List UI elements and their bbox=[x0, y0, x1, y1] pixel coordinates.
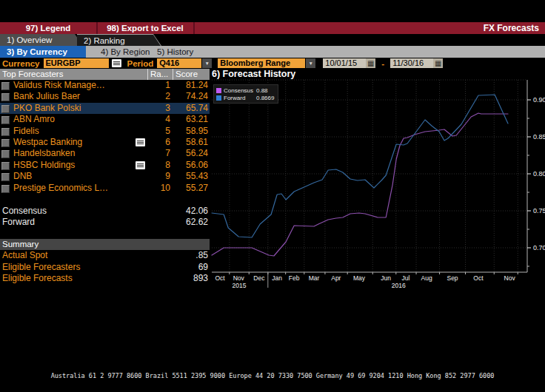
legend-series-name: Consensus bbox=[224, 87, 256, 94]
currency-list-icon[interactable] bbox=[112, 59, 121, 67]
table-row[interactable]: Handelsbanken756.24 bbox=[0, 148, 210, 159]
forecaster-name[interactable]: ABN Amro bbox=[13, 114, 55, 125]
subtab-row: 3) By Currency 4) By Region 5) History bbox=[0, 46, 545, 58]
table-row[interactable]: Prestige Economics L…1055.27 bbox=[0, 183, 210, 194]
forecaster-rank: 10 bbox=[145, 183, 170, 194]
row-checkbox[interactable] bbox=[1, 105, 10, 113]
forecaster-rank: 1 bbox=[145, 80, 170, 91]
svg-text:Feb: Feb bbox=[289, 274, 300, 282]
row-checkbox[interactable] bbox=[1, 173, 10, 181]
svg-text:Nov: Nov bbox=[233, 274, 245, 282]
currency-label: Currency bbox=[2, 59, 40, 68]
table-row[interactable]: ABN Amro463.21 bbox=[0, 114, 210, 125]
note-icon[interactable] bbox=[136, 138, 145, 146]
forecast-history-panel: 0.900.850.800.750.70OctNovDecJanFebMarAp… bbox=[210, 69, 545, 298]
date-to-input[interactable]: 11/30/16 bbox=[390, 58, 433, 68]
forecaster-name[interactable]: Bank Julius Baer bbox=[13, 91, 80, 102]
forecaster-name[interactable]: Westpac Banking bbox=[13, 137, 82, 148]
chart-legend: Consensus0.88Forward0.8669 bbox=[213, 84, 278, 104]
currency-input[interactable]: EURGBP bbox=[44, 58, 109, 68]
title-bar: 97) Legend 98) Export to Excel FX Foreca… bbox=[0, 22, 545, 34]
tab-overview[interactable]: 1) Overview bbox=[0, 34, 83, 46]
column-header-score[interactable]: Score bbox=[175, 69, 198, 80]
forward-label: Forward bbox=[2, 217, 35, 228]
range-dropdown-icon[interactable] bbox=[306, 58, 315, 68]
svg-text:Jun: Jun bbox=[381, 274, 391, 282]
forecaster-name[interactable]: Prestige Economics L… bbox=[13, 183, 108, 194]
table-row[interactable]: DNB955.43 bbox=[0, 171, 210, 182]
table-row[interactable]: Validus Risk Manage…181.24 bbox=[0, 80, 210, 91]
column-divider bbox=[173, 69, 173, 80]
legend-button[interactable]: 97) Legend bbox=[0, 22, 96, 34]
svg-text:Dec: Dec bbox=[253, 274, 265, 282]
forecaster-rank: 4 bbox=[145, 114, 170, 125]
svg-text:Oct: Oct bbox=[473, 274, 484, 282]
date-from-input[interactable]: 10/01/15 bbox=[323, 58, 366, 68]
date-to-calendar-icon[interactable] bbox=[433, 58, 443, 68]
row-checkbox[interactable] bbox=[1, 82, 10, 90]
subtab-history[interactable]: 5) History bbox=[157, 46, 193, 58]
table-row[interactable]: HSBC Holdings856.06 bbox=[0, 160, 210, 171]
tab-row: 1) Overview 2) Ranking bbox=[0, 34, 545, 46]
forecaster-rank: 3 bbox=[145, 103, 170, 114]
svg-text:2016: 2016 bbox=[392, 282, 406, 289]
forecaster-score: 58.61 bbox=[170, 137, 208, 148]
tab-ranking[interactable]: 2) Ranking bbox=[77, 34, 161, 46]
date-range-separator: - bbox=[381, 59, 384, 68]
forecaster-name[interactable]: HSBC Holdings bbox=[13, 160, 75, 171]
column-header-name[interactable]: Top Forecasters bbox=[2, 69, 63, 80]
legend-item: Consensus0.88 bbox=[216, 87, 275, 94]
export-to-excel-button[interactable]: 98) Export to Excel bbox=[98, 22, 193, 34]
row-checkbox[interactable] bbox=[1, 185, 10, 193]
row-checkbox[interactable] bbox=[1, 128, 10, 136]
eligible-forecasters-value: 69 bbox=[148, 262, 208, 274]
summary-row: Actual Spot .85 bbox=[0, 250, 210, 262]
table-row[interactable]: PKO Bank Polski365.74 bbox=[0, 103, 210, 114]
summary-row: Eligible Forecasts 893 bbox=[0, 273, 210, 285]
forecaster-name[interactable]: Validus Risk Manage… bbox=[13, 80, 105, 91]
svg-text:Jul: Jul bbox=[402, 274, 410, 282]
period-dropdown-icon[interactable] bbox=[202, 58, 212, 68]
consensus-row: Consensus 42.06 bbox=[0, 206, 210, 217]
note-icon[interactable] bbox=[136, 161, 145, 169]
svg-text:Apr: Apr bbox=[331, 274, 341, 282]
svg-text:0.75: 0.75 bbox=[533, 207, 545, 214]
svg-text:0.80: 0.80 bbox=[533, 170, 545, 178]
svg-text:Mar: Mar bbox=[309, 274, 320, 282]
period-input[interactable]: Q416 bbox=[157, 58, 201, 68]
row-checkbox[interactable] bbox=[1, 93, 10, 101]
row-checkbox[interactable] bbox=[1, 116, 10, 124]
forecaster-score: 63.21 bbox=[170, 114, 208, 125]
row-checkbox[interactable] bbox=[1, 150, 10, 158]
summary-header: Summary bbox=[0, 239, 210, 250]
column-divider bbox=[147, 69, 148, 80]
forecaster-rank: 7 bbox=[145, 148, 170, 159]
table-row[interactable]: Fidelis558.95 bbox=[0, 126, 210, 137]
forecaster-name[interactable]: Handelsbanken bbox=[13, 148, 75, 159]
subtab-by-currency[interactable]: 3) By Currency bbox=[0, 46, 86, 58]
table-row[interactable]: Bank Julius Baer274.24 bbox=[0, 91, 210, 102]
legend-series-name: Forward bbox=[224, 95, 256, 101]
svg-text:Sep: Sep bbox=[447, 274, 458, 282]
subtab-by-region[interactable]: 4) By Region bbox=[101, 46, 150, 58]
forecaster-score: 74.24 bbox=[170, 91, 208, 102]
period-label: Period bbox=[127, 59, 154, 68]
column-header-rank[interactable]: Ra... bbox=[150, 69, 168, 80]
forecaster-name[interactable]: Fidelis bbox=[13, 126, 39, 137]
terminal-footer: Australia 61 2 9777 8600 Brazil 5511 239… bbox=[0, 353, 545, 392]
forecaster-score: 56.24 bbox=[170, 148, 208, 159]
legend-item: Forward0.8669 bbox=[216, 94, 275, 101]
forecaster-rank: 2 bbox=[145, 91, 170, 102]
forecaster-rank: 6 bbox=[145, 137, 170, 148]
row-checkbox[interactable] bbox=[1, 139, 10, 147]
table-row[interactable]: Westpac Banking658.61 bbox=[0, 137, 210, 148]
legend-swatch-icon bbox=[216, 88, 221, 93]
row-checkbox[interactable] bbox=[1, 162, 10, 170]
forecaster-name[interactable]: PKO Bank Polski bbox=[13, 103, 81, 114]
forecaster-rank: 8 bbox=[145, 160, 170, 171]
svg-text:0.90: 0.90 bbox=[533, 96, 545, 104]
forecaster-name[interactable]: DNB bbox=[13, 171, 32, 182]
range-select[interactable]: Bloomberg Range bbox=[218, 58, 305, 68]
date-from-calendar-icon[interactable] bbox=[366, 58, 375, 68]
control-row: Currency EURGBP Period Q416 Bloomberg Ra… bbox=[0, 58, 545, 69]
